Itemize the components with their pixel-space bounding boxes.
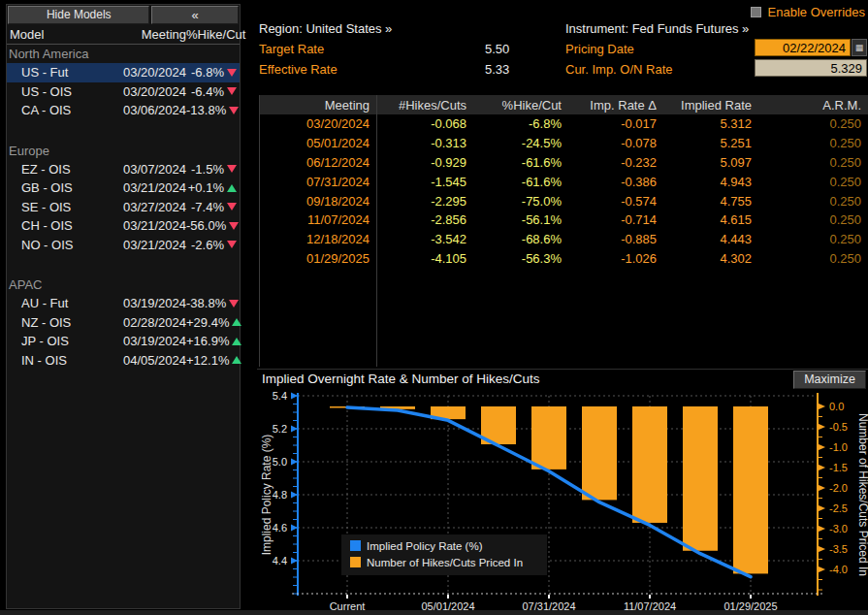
- table-cell: -6.8%: [473, 116, 568, 131]
- svg-text:4.4: 4.4: [273, 555, 287, 566]
- table-cell: -0.232: [568, 155, 663, 170]
- enable-overrides-checkbox[interactable]: [751, 7, 761, 17]
- table-row[interactable]: 03/20/2024-0.068-6.8%-0.0175.3120.250: [260, 114, 868, 134]
- enable-overrides-label: Enable Overrides: [768, 5, 865, 19]
- hike-cut-pct: -7.4%: [186, 200, 237, 214]
- sidebar-model-row[interactable]: JP - OIS03/19/2024+16.9%: [7, 332, 240, 351]
- sidebar-model-row[interactable]: NO - OIS03/21/2024-2.6%: [7, 236, 240, 255]
- model-name: GB - OIS: [10, 180, 93, 195]
- svg-text:-3.5: -3.5: [829, 543, 848, 555]
- table-cell: -0.714: [568, 212, 663, 227]
- triangle-down-icon: [229, 107, 239, 114]
- hike-cut-pct: -1.5%: [186, 162, 237, 177]
- table-cell: -0.574: [568, 194, 663, 209]
- calendar-icon[interactable]: ▦: [852, 39, 867, 56]
- region-row[interactable]: Region: United States »: [259, 21, 392, 36]
- table-cell: -0.078: [568, 136, 663, 150]
- collapse-sidebar-button[interactable]: «: [151, 6, 239, 24]
- table-cell: 11/07/2024: [260, 212, 376, 227]
- model-section: North AmericaUS - Fut03/20/2024-6.8%US -…: [7, 45, 240, 120]
- bar-hikes-cuts: [632, 406, 667, 523]
- table-cell: 12/18/2024: [260, 232, 376, 246]
- table-row[interactable]: 06/12/2024-0.929-61.6%-0.2325.0970.250: [260, 153, 868, 173]
- table-cell: 0.250: [758, 155, 868, 170]
- sidebar-model-row[interactable]: CA - OIS03/06/2024-13.8%: [7, 101, 240, 120]
- col-model: Model: [10, 27, 93, 42]
- model-name: NZ - OIS: [10, 315, 93, 330]
- model-name: CH - OIS: [10, 218, 93, 233]
- instrument-row[interactable]: Instrument: Fed Funds Futures »: [565, 21, 749, 36]
- svg-text:-1.0: -1.0: [829, 441, 848, 453]
- models-sidebar: Hide Models « Model Meeting %Hike/Cut No…: [6, 4, 241, 609]
- legend-label: Implied Policy Rate (%): [367, 540, 483, 552]
- table-cell: 0.250: [758, 194, 868, 209]
- instrument-label: Instrument:: [565, 21, 628, 36]
- table-cell: -0.017: [568, 116, 663, 131]
- table-cell: 0.250: [758, 136, 868, 150]
- sidebar-model-row[interactable]: US - OIS03/20/2024-6.4%: [7, 82, 240, 102]
- enable-overrides: Enable Overrides: [751, 5, 865, 19]
- table-cell: 5.097: [663, 155, 758, 170]
- table-row[interactable]: 07/31/2024-1.545-61.6%-0.3864.9430.250: [260, 172, 868, 191]
- table-cell: -68.6%: [473, 232, 568, 246]
- section-label: North America: [7, 45, 240, 63]
- meeting-date: 03/20/2024: [93, 84, 186, 99]
- maximize-button[interactable]: Maximize: [793, 371, 866, 389]
- sidebar-model-row[interactable]: SE - OIS03/27/2024-7.4%: [7, 198, 240, 217]
- region-chevron-icon: »: [385, 21, 392, 36]
- table-row[interactable]: 11/07/2024-2.856-56.1%-0.7144.6150.250: [260, 210, 868, 230]
- sidebar-model-row[interactable]: US - Fut03/20/2024-6.8%: [7, 63, 240, 82]
- meeting-date: 03/19/2024: [93, 334, 186, 348]
- sidebar-model-row[interactable]: EZ - OIS03/07/2024-1.5%: [7, 160, 240, 179]
- triangle-up-icon: [232, 318, 241, 326]
- svg-text:-2.0: -2.0: [829, 482, 848, 494]
- model-name: US - Fut: [10, 65, 93, 80]
- hide-models-button[interactable]: Hide Models: [8, 6, 149, 24]
- table-column-header: Imp. Rate Δ: [568, 98, 663, 113]
- svg-text:-4.0: -4.0: [829, 564, 848, 575]
- pricing-date-label: Pricing Date: [565, 42, 634, 56]
- table-row[interactable]: 12/18/2024-3.542-68.6%-0.8854.4430.250: [260, 230, 868, 249]
- section-label: Europe: [7, 142, 240, 160]
- frozen-column-divider: [376, 95, 377, 367]
- model-name: AU - Fut: [10, 296, 93, 310]
- table-row[interactable]: 09/18/2024-2.295-75.0%-0.5744.7550.250: [260, 191, 868, 210]
- table-cell: 0.250: [758, 175, 868, 189]
- table-cell: 4.302: [663, 251, 758, 266]
- triangle-up-icon: [232, 356, 241, 364]
- table-column-header: %Hike/Cut: [473, 98, 568, 113]
- table-cell: -0.885: [568, 232, 663, 246]
- hike-cut-pct: +29.4%: [186, 315, 241, 330]
- chart-svg: 5.45.25.04.84.64.40.0-0.5-1.0-1.5-2.0-2.…: [257, 389, 868, 615]
- pricing-date-input[interactable]: 02/22/2024: [755, 39, 851, 56]
- sidebar-model-row[interactable]: CH - OIS03/21/2024-56.0%: [7, 216, 240, 236]
- table-cell: -24.5%: [473, 136, 568, 150]
- bar-hikes-cuts: [683, 406, 718, 551]
- cur-imp-rate-label: Cur. Imp. O/N Rate: [565, 62, 673, 77]
- table-column-header: #Hikes/Cuts: [376, 98, 473, 113]
- target-rate-label: Target Rate: [259, 42, 324, 56]
- table-cell: 01/29/2025: [260, 251, 376, 266]
- hike-cut-pct: -2.6%: [186, 238, 237, 252]
- col-hikecut: %Hike/Cut: [186, 27, 245, 42]
- triangle-up-icon: [232, 338, 241, 345]
- sidebar-model-row[interactable]: NZ - OIS02/28/2024+29.4%: [7, 313, 240, 333]
- table-row[interactable]: 05/01/2024-0.313-24.5%-0.0785.2510.250: [260, 134, 868, 153]
- table-cell: 07/31/2024: [260, 175, 376, 189]
- table-cell: -2.856: [376, 212, 473, 227]
- sidebar-model-row[interactable]: GB - OIS03/21/2024+0.1%: [7, 178, 240, 198]
- window-bottom-edge: [0, 610, 868, 615]
- sidebar-model-row[interactable]: IN - OIS04/05/2024+12.1%: [7, 351, 240, 371]
- meeting-date: 03/21/2024: [93, 218, 186, 233]
- effective-rate-label: Effective Rate: [259, 62, 338, 77]
- sidebar-model-row[interactable]: AU - Fut03/19/2024-38.8%: [7, 294, 240, 313]
- sidebar-toolbar: Hide Models «: [7, 5, 240, 24]
- table-cell: 5.312: [663, 116, 758, 131]
- table-cell: -1.026: [568, 251, 663, 266]
- table-row[interactable]: 01/29/2025-4.105-56.3%-1.0264.3020.250: [260, 249, 868, 269]
- meetings-table: Meeting#Hikes/Cuts%Hike/CutImp. Rate ΔIm…: [259, 95, 868, 367]
- table-cell: -56.3%: [473, 251, 568, 266]
- meeting-date: 03/19/2024: [93, 296, 186, 310]
- cur-imp-rate-input[interactable]: 5.329: [755, 59, 867, 77]
- table-cell: -0.313: [376, 136, 473, 150]
